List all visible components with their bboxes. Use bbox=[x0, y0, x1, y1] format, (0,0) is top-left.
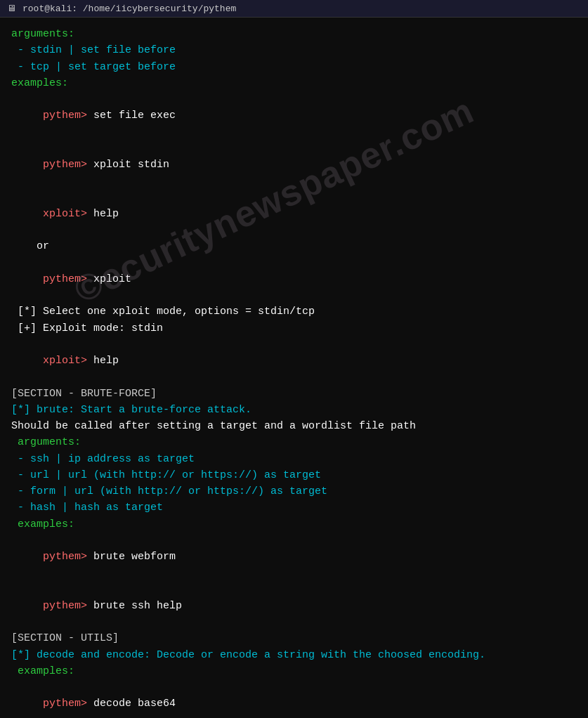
section-brute: [SECTION - BRUTE-FORCE] bbox=[11, 386, 577, 402]
ex3-line1: pythem> brute webform bbox=[11, 533, 577, 582]
arg-tcp: - tcp | set target before bbox=[11, 59, 577, 75]
info1: [*] Select one xploit mode, options = st… bbox=[11, 303, 577, 320]
brute-desc: [*] brute: Start a brute-force attack. bbox=[11, 402, 577, 418]
arg-url: - url | url (with http:// or https://) a… bbox=[11, 467, 577, 483]
ex4-line1: pythem> decode base64 bbox=[11, 679, 577, 718]
ex2-line3: or bbox=[11, 238, 577, 254]
examples-label2: examples: bbox=[11, 516, 577, 533]
args-label2: arguments: bbox=[11, 434, 577, 450]
terminal-window: ©ecuritynewspaper.com arguments: - stdin… bbox=[0, 18, 588, 718]
examples-label3: examples: bbox=[11, 663, 577, 679]
arg-hash: - hash | hash as target bbox=[11, 500, 577, 516]
terminal-icon: 🖥 bbox=[6, 3, 17, 14]
arg-stdin: - stdin | set file before bbox=[11, 42, 577, 58]
brute-note: Should be called after setting a target … bbox=[11, 418, 577, 434]
arg-ssh: - ssh | ip address as target bbox=[11, 451, 577, 467]
decode-desc: [*] decode and encode: Decode or encode … bbox=[11, 647, 577, 663]
title-bar: 🖥 root@kali: /home/iicybersecurity/pythe… bbox=[0, 0, 588, 18]
examples-label1: examples: bbox=[11, 75, 577, 91]
ex3-line2: pythem> brute ssh help bbox=[11, 582, 577, 631]
ex2-line5: xploit> help bbox=[11, 337, 577, 386]
info2: [+] Exploit mode: stdin bbox=[11, 320, 577, 337]
ex2-line4: pythem> xploit bbox=[11, 255, 577, 304]
arg-form: - form | url (with http:// or https://) … bbox=[11, 483, 577, 500]
args-label: arguments: bbox=[11, 26, 577, 42]
title-text: root@kali: /home/iicybersecurity/pythem bbox=[22, 4, 236, 14]
ex2-line2: xploit> help bbox=[11, 190, 577, 239]
ex1-prompt: pythem> set file exec bbox=[11, 91, 577, 141]
ex2-line1: pythem> xploit stdin bbox=[11, 141, 577, 190]
section-utils: [SECTION - UTILS] bbox=[11, 630, 577, 646]
